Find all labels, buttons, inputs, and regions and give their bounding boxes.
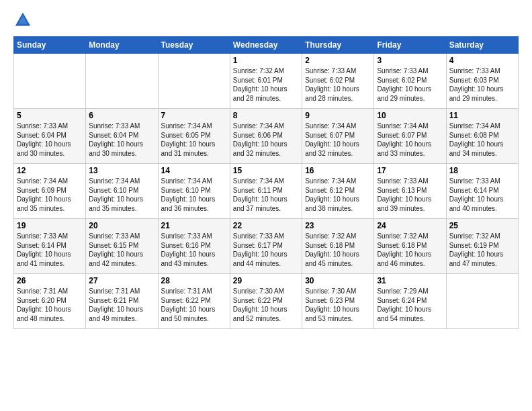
day-number: 15	[233, 166, 299, 175]
day-number: 22	[233, 221, 299, 230]
day-info: Sunrise: 7:32 AM Sunset: 6:18 PM Dayligh…	[377, 232, 443, 268]
day-cell-3: 3Sunrise: 7:33 AM Sunset: 6:02 PM Daylig…	[374, 54, 446, 109]
empty-cell	[158, 54, 230, 109]
day-cell-20: 20Sunrise: 7:33 AM Sunset: 6:15 PM Dayli…	[86, 219, 158, 274]
day-number: 3	[377, 56, 443, 65]
day-info: Sunrise: 7:33 AM Sunset: 6:16 PM Dayligh…	[161, 232, 227, 268]
day-number: 20	[89, 221, 154, 230]
day-cell-24: 24Sunrise: 7:32 AM Sunset: 6:18 PM Dayli…	[374, 219, 446, 274]
day-info: Sunrise: 7:32 AM Sunset: 6:19 PM Dayligh…	[449, 232, 515, 268]
day-number: 13	[89, 166, 154, 175]
day-info: Sunrise: 7:34 AM Sunset: 6:08 PM Dayligh…	[449, 122, 515, 158]
day-cell-23: 23Sunrise: 7:32 AM Sunset: 6:18 PM Dayli…	[302, 219, 374, 274]
day-cell-16: 16Sunrise: 7:34 AM Sunset: 6:12 PM Dayli…	[302, 164, 374, 219]
day-info: Sunrise: 7:34 AM Sunset: 6:09 PM Dayligh…	[17, 177, 83, 213]
weekday-header-wednesday: Wednesday	[230, 37, 302, 54]
day-info: Sunrise: 7:34 AM Sunset: 6:11 PM Dayligh…	[233, 177, 299, 213]
empty-cell	[86, 54, 158, 109]
day-number: 21	[161, 221, 227, 230]
day-number: 29	[233, 276, 299, 285]
day-info: Sunrise: 7:34 AM Sunset: 6:05 PM Dayligh…	[161, 122, 227, 158]
day-cell-26: 26Sunrise: 7:31 AM Sunset: 6:20 PM Dayli…	[14, 274, 86, 329]
weekday-header-saturday: Saturday	[446, 37, 518, 54]
page: SundayMondayTuesdayWednesdayThursdayFrid…	[0, 0, 532, 411]
week-row-3: 12Sunrise: 7:34 AM Sunset: 6:09 PM Dayli…	[14, 164, 519, 219]
day-cell-21: 21Sunrise: 7:33 AM Sunset: 6:16 PM Dayli…	[158, 219, 230, 274]
day-info: Sunrise: 7:30 AM Sunset: 6:23 PM Dayligh…	[305, 287, 371, 323]
day-cell-2: 2Sunrise: 7:33 AM Sunset: 6:02 PM Daylig…	[302, 54, 374, 109]
day-number: 9	[305, 111, 371, 120]
day-number: 24	[377, 221, 443, 230]
day-cell-15: 15Sunrise: 7:34 AM Sunset: 6:11 PM Dayli…	[230, 164, 302, 219]
day-number: 7	[161, 111, 227, 120]
day-cell-29: 29Sunrise: 7:30 AM Sunset: 6:22 PM Dayli…	[230, 274, 302, 329]
day-number: 12	[17, 166, 83, 175]
day-cell-4: 4Sunrise: 7:33 AM Sunset: 6:03 PM Daylig…	[446, 54, 518, 109]
day-number: 14	[161, 166, 227, 175]
day-cell-12: 12Sunrise: 7:34 AM Sunset: 6:09 PM Dayli…	[14, 164, 86, 219]
weekday-header-tuesday: Tuesday	[158, 37, 230, 54]
day-info: Sunrise: 7:33 AM Sunset: 6:17 PM Dayligh…	[233, 232, 299, 268]
day-info: Sunrise: 7:31 AM Sunset: 6:22 PM Dayligh…	[161, 287, 227, 323]
day-info: Sunrise: 7:33 AM Sunset: 6:14 PM Dayligh…	[449, 177, 515, 213]
empty-cell	[446, 274, 518, 329]
day-number: 18	[449, 166, 515, 175]
day-cell-7: 7Sunrise: 7:34 AM Sunset: 6:05 PM Daylig…	[158, 109, 230, 164]
day-number: 30	[305, 276, 371, 285]
day-info: Sunrise: 7:33 AM Sunset: 6:15 PM Dayligh…	[89, 232, 154, 268]
weekday-header-monday: Monday	[86, 37, 158, 54]
day-info: Sunrise: 7:34 AM Sunset: 6:12 PM Dayligh…	[305, 177, 371, 213]
day-cell-31: 31Sunrise: 7:29 AM Sunset: 6:24 PM Dayli…	[374, 274, 446, 329]
empty-cell	[14, 54, 86, 109]
day-info: Sunrise: 7:33 AM Sunset: 6:02 PM Dayligh…	[305, 66, 371, 103]
day-cell-8: 8Sunrise: 7:34 AM Sunset: 6:06 PM Daylig…	[230, 109, 302, 164]
day-number: 2	[305, 56, 371, 65]
day-number: 8	[233, 111, 299, 120]
week-row-2: 5Sunrise: 7:33 AM Sunset: 6:04 PM Daylig…	[14, 109, 519, 164]
day-number: 11	[449, 111, 515, 120]
day-number: 27	[89, 276, 154, 285]
day-number: 23	[305, 221, 371, 230]
day-info: Sunrise: 7:34 AM Sunset: 6:07 PM Dayligh…	[305, 122, 371, 158]
day-cell-25: 25Sunrise: 7:32 AM Sunset: 6:19 PM Dayli…	[446, 219, 518, 274]
day-cell-14: 14Sunrise: 7:34 AM Sunset: 6:10 PM Dayli…	[158, 164, 230, 219]
day-info: Sunrise: 7:31 AM Sunset: 6:20 PM Dayligh…	[17, 287, 83, 323]
weekday-header-sunday: Sunday	[14, 37, 86, 54]
day-number: 16	[305, 166, 371, 175]
day-info: Sunrise: 7:33 AM Sunset: 6:03 PM Dayligh…	[449, 66, 515, 103]
logo-icon	[13, 11, 32, 30]
day-info: Sunrise: 7:34 AM Sunset: 6:10 PM Dayligh…	[89, 177, 154, 213]
day-info: Sunrise: 7:31 AM Sunset: 6:21 PM Dayligh…	[89, 287, 154, 323]
day-number: 19	[17, 221, 83, 230]
day-cell-10: 10Sunrise: 7:34 AM Sunset: 6:07 PM Dayli…	[374, 109, 446, 164]
logo	[13, 11, 35, 30]
header	[13, 11, 519, 30]
day-info: Sunrise: 7:34 AM Sunset: 6:06 PM Dayligh…	[233, 122, 299, 158]
calendar-table: SundayMondayTuesdayWednesdayThursdayFrid…	[13, 36, 519, 329]
day-number: 17	[377, 166, 443, 175]
week-row-5: 26Sunrise: 7:31 AM Sunset: 6:20 PM Dayli…	[14, 274, 519, 329]
weekday-header-row: SundayMondayTuesdayWednesdayThursdayFrid…	[14, 37, 519, 54]
day-cell-22: 22Sunrise: 7:33 AM Sunset: 6:17 PM Dayli…	[230, 219, 302, 274]
day-cell-11: 11Sunrise: 7:34 AM Sunset: 6:08 PM Dayli…	[446, 109, 518, 164]
day-info: Sunrise: 7:34 AM Sunset: 6:07 PM Dayligh…	[377, 122, 443, 158]
day-info: Sunrise: 7:34 AM Sunset: 6:10 PM Dayligh…	[161, 177, 227, 213]
day-info: Sunrise: 7:32 AM Sunset: 6:01 PM Dayligh…	[233, 66, 299, 103]
day-info: Sunrise: 7:33 AM Sunset: 6:04 PM Dayligh…	[17, 122, 83, 158]
day-number: 1	[233, 56, 299, 65]
day-info: Sunrise: 7:33 AM Sunset: 6:02 PM Dayligh…	[377, 66, 443, 103]
day-info: Sunrise: 7:33 AM Sunset: 6:13 PM Dayligh…	[377, 177, 443, 213]
week-row-1: 1Sunrise: 7:32 AM Sunset: 6:01 PM Daylig…	[14, 54, 519, 109]
day-cell-1: 1Sunrise: 7:32 AM Sunset: 6:01 PM Daylig…	[230, 54, 302, 109]
day-cell-13: 13Sunrise: 7:34 AM Sunset: 6:10 PM Dayli…	[86, 164, 158, 219]
day-number: 10	[377, 111, 443, 120]
day-number: 26	[17, 276, 83, 285]
day-number: 25	[449, 221, 515, 230]
day-cell-17: 17Sunrise: 7:33 AM Sunset: 6:13 PM Dayli…	[374, 164, 446, 219]
day-info: Sunrise: 7:33 AM Sunset: 6:04 PM Dayligh…	[89, 122, 154, 158]
day-number: 6	[89, 111, 154, 120]
day-cell-18: 18Sunrise: 7:33 AM Sunset: 6:14 PM Dayli…	[446, 164, 518, 219]
weekday-header-thursday: Thursday	[302, 37, 374, 54]
weekday-header-friday: Friday	[374, 37, 446, 54]
day-cell-6: 6Sunrise: 7:33 AM Sunset: 6:04 PM Daylig…	[86, 109, 158, 164]
